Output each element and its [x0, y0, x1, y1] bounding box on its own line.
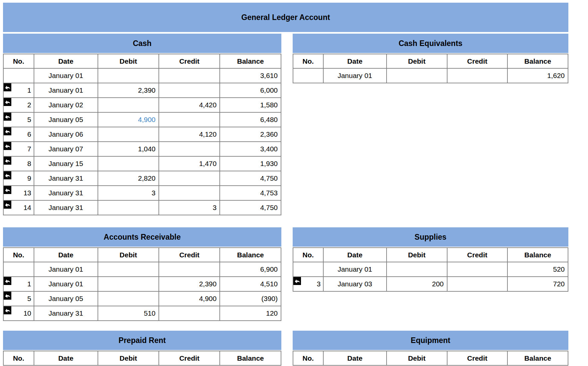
cell-date: January 01 [323, 68, 387, 83]
cell-debit: 2,820 [98, 171, 159, 186]
column-header-balance: Balance [220, 248, 281, 262]
cell-debit [98, 127, 159, 142]
header-row: No.DateDebitCreditBalance [293, 248, 568, 262]
transaction-number: 1 [27, 280, 31, 288]
table-row: January 01520 [293, 262, 568, 277]
undo-arrow-icon[interactable] [4, 277, 11, 285]
cell-credit: 1,470 [159, 156, 220, 171]
undo-arrow-icon[interactable] [4, 142, 11, 150]
transaction-number: 14 [23, 204, 31, 211]
undo-arrow-icon[interactable] [4, 306, 11, 314]
cell-date: January 01 [323, 262, 387, 277]
column-header-credit: Credit [447, 54, 508, 68]
undo-arrow-icon[interactable] [4, 171, 11, 179]
cell-debit: 1,040 [98, 142, 159, 156]
column-header-no: No. [3, 248, 34, 262]
cell-balance: 1,930 [220, 156, 281, 171]
debit-amount-link[interactable]: 4,900 [138, 116, 155, 123]
ledger-section-equipment: Equipment No.DateDebitCreditBalance [293, 331, 568, 366]
column-header-date: Date [34, 248, 98, 262]
undo-arrow-icon[interactable] [4, 292, 11, 300]
cell-date: January 01 [34, 68, 98, 83]
table-title-prepaid-rent: Prepaid Rent [3, 331, 281, 350]
cell-balance: 4,750 [220, 171, 281, 186]
cell-debit [98, 277, 159, 291]
undo-arrow-icon[interactable] [4, 157, 11, 165]
cell-credit [159, 306, 220, 321]
ledger-table-prepaid-rent: No.DateDebitCreditBalance [3, 351, 281, 366]
cell-no: 9 [3, 171, 34, 186]
column-header-debit: Debit [98, 54, 159, 68]
header-row: No.DateDebitCreditBalance [3, 248, 281, 262]
cell-no [3, 68, 34, 83]
column-header-debit: Debit [387, 54, 447, 68]
table-row: 3January 03200720 [293, 277, 568, 291]
transaction-number: 5 [27, 116, 31, 123]
undo-arrow-icon[interactable] [293, 277, 301, 285]
undo-arrow-icon[interactable] [4, 127, 11, 135]
cell-no: 7 [3, 142, 34, 156]
cell-date: January 03 [323, 277, 387, 291]
table-row: January 016,900 [3, 262, 281, 277]
cell-date: January 31 [34, 200, 98, 215]
column-header-date: Date [34, 351, 98, 365]
header-row: No.DateDebitCreditBalance [3, 54, 281, 68]
cell-date: January 01 [34, 83, 98, 98]
ledger-section-supplies: Supplies No.DateDebitCreditBalanceJanuar… [293, 227, 568, 292]
column-header-debit: Debit [98, 248, 159, 262]
cell-credit [447, 68, 508, 83]
cell-no [3, 262, 34, 277]
cell-debit: 510 [98, 306, 159, 321]
cell-date: January 31 [34, 186, 98, 200]
page-title: General Ledger Account [241, 13, 330, 22]
cell-debit [387, 262, 447, 277]
table-row: 8January 151,4701,930 [3, 156, 281, 171]
cell-credit [159, 186, 220, 200]
cell-date: January 31 [34, 171, 98, 186]
cell-credit [159, 68, 220, 83]
transaction-number: 6 [27, 130, 31, 138]
ledger-table-cash: No.DateDebitCreditBalanceJanuary 013,610… [3, 54, 281, 215]
table-row: 5January 054,900(390) [3, 291, 281, 306]
cell-balance: 6,480 [220, 112, 281, 127]
cell-balance: 120 [220, 306, 281, 321]
table-row: 9January 312,8204,750 [3, 171, 281, 186]
ledger-section-cash-equivalents: Cash Equivalents No.DateDebitCreditBalan… [293, 34, 568, 83]
column-header-balance: Balance [507, 351, 568, 365]
table-title-cash-equivalents: Cash Equivalents [293, 34, 568, 53]
cell-credit [159, 142, 220, 156]
transaction-number: 13 [23, 189, 31, 197]
column-header-balance: Balance [220, 351, 281, 365]
ledger-section-accounts-receivable: Accounts Receivable No.DateDebitCreditBa… [3, 227, 281, 321]
cell-no: 3 [293, 277, 323, 291]
undo-arrow-icon[interactable] [4, 83, 11, 91]
cell-date: January 05 [34, 291, 98, 306]
undo-arrow-icon[interactable] [4, 201, 11, 209]
cell-no: 5 [3, 291, 34, 306]
header-row: No.DateDebitCreditBalance [3, 351, 281, 365]
cell-no: 1 [3, 83, 34, 98]
column-header-no: No. [293, 54, 323, 68]
cell-balance: 4,750 [220, 200, 281, 215]
cell-debit [98, 98, 159, 112]
table-title-cash: Cash [3, 34, 281, 53]
undo-arrow-icon[interactable] [4, 186, 11, 194]
cell-credit: 3 [159, 200, 220, 215]
cell-no: 6 [3, 127, 34, 142]
transaction-number: 8 [27, 160, 31, 167]
undo-arrow-icon[interactable] [4, 98, 11, 106]
ledger-table-equipment: No.DateDebitCreditBalance [293, 351, 568, 366]
cell-date: January 31 [34, 306, 98, 321]
table-row: 2January 024,4201,580 [3, 98, 281, 112]
column-header-credit: Credit [159, 248, 220, 262]
cell-date: January 15 [34, 156, 98, 171]
column-header-credit: Credit [159, 54, 220, 68]
cell-debit: 2,390 [98, 83, 159, 98]
cell-no: 13 [3, 186, 34, 200]
column-header-date: Date [34, 54, 98, 68]
column-header-balance: Balance [507, 248, 568, 262]
cell-date: January 02 [34, 98, 98, 112]
cell-no: 8 [3, 156, 34, 171]
undo-arrow-icon[interactable] [4, 113, 11, 121]
cell-balance: 720 [507, 277, 568, 291]
